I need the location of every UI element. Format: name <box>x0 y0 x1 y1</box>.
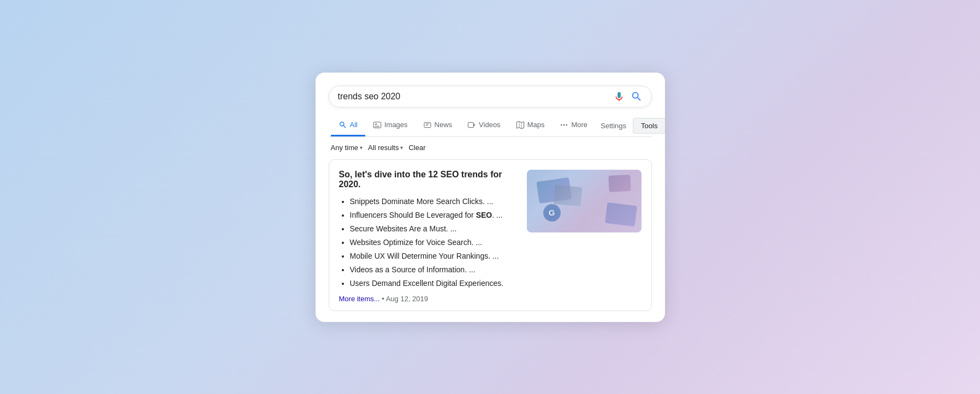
tab-more[interactable]: More <box>552 115 595 136</box>
img-decoration-3 <box>608 174 631 192</box>
tab-videos-label: Videos <box>479 121 501 129</box>
search-bar: trends seo 2020 <box>329 86 652 108</box>
bold-seo: SEO <box>476 211 492 219</box>
result-footer: More items... • Aug 12, 2019 <box>339 295 518 303</box>
tab-maps-label: Maps <box>527 121 545 129</box>
result-image-thumbnail: G <box>527 170 642 232</box>
more-dots-icon <box>560 121 568 129</box>
list-item: Websites Optimize for Voice Search. ... <box>350 237 518 248</box>
result-content: So, let's dive into the 12 SEO trends fo… <box>339 170 518 303</box>
img-decoration-2 <box>553 184 582 206</box>
svg-marker-6 <box>473 123 475 127</box>
result-date: • Aug 12, 2019 <box>382 295 428 303</box>
list-item: Influencers Should Be Leveraged for SEO.… <box>350 210 518 221</box>
tools-button[interactable]: Tools <box>633 118 664 134</box>
svg-rect-2 <box>424 122 431 127</box>
time-filter[interactable]: Any time ▾ <box>331 142 363 153</box>
svg-point-1 <box>375 123 377 125</box>
more-items-link[interactable]: More items... <box>339 295 380 303</box>
clear-button[interactable]: Clear <box>408 144 425 152</box>
tab-news-label: News <box>435 121 453 129</box>
tab-maps[interactable]: Maps <box>508 115 553 136</box>
results-filter-label: All results <box>368 144 399 152</box>
list-item: Mobile UX Will Determine Your Rankings. … <box>350 250 518 262</box>
svg-point-10 <box>561 124 562 126</box>
tools-label: Tools <box>641 122 657 130</box>
svg-point-11 <box>563 124 565 126</box>
tab-more-label: More <box>571 121 587 129</box>
results-filter[interactable]: All results ▾ <box>368 142 403 153</box>
result-list: Snippets Dominate More Search Clicks. ..… <box>339 196 518 289</box>
list-item: Users Demand Excellent Digital Experienc… <box>350 278 518 289</box>
results-filter-arrow: ▾ <box>400 145 403 151</box>
nav-tabs: All Images News <box>329 115 652 137</box>
mic-icon[interactable] <box>613 91 625 103</box>
search-submit-icon[interactable] <box>631 91 643 103</box>
tab-all-label: All <box>350 121 358 129</box>
settings-tab[interactable]: Settings <box>595 116 632 135</box>
tab-videos[interactable]: Videos <box>460 115 508 136</box>
svg-point-12 <box>566 124 568 126</box>
clear-label: Clear <box>408 144 425 152</box>
filter-row: Any time ▾ All results ▾ Clear <box>329 137 652 157</box>
tab-images[interactable]: Images <box>365 115 415 136</box>
list-item: Videos as a Source of Information. ... <box>350 264 518 276</box>
tab-images-label: Images <box>384 121 408 129</box>
result-card: So, let's dive into the 12 SEO trends fo… <box>329 159 652 311</box>
settings-label: Settings <box>601 122 626 130</box>
tab-all[interactable]: All <box>331 115 365 136</box>
search-icons <box>613 91 643 103</box>
img-circle-letter: G <box>549 208 555 217</box>
img-decoration-4 <box>604 202 637 226</box>
time-filter-label: Any time <box>331 144 359 152</box>
browser-window: trends seo 2020 All <box>316 73 665 322</box>
result-title: So, let's dive into the 12 SEO trends fo… <box>339 170 518 189</box>
tab-news[interactable]: News <box>415 115 460 136</box>
svg-rect-5 <box>468 122 473 127</box>
all-search-icon <box>338 121 347 129</box>
videos-icon <box>467 121 476 129</box>
time-filter-arrow: ▾ <box>360 145 363 151</box>
result-image-inner: G <box>527 170 642 232</box>
list-item: Secure Websites Are a Must. ... <box>350 223 518 235</box>
news-icon <box>423 121 432 129</box>
svg-marker-7 <box>516 121 524 128</box>
list-item: Snippets Dominate More Search Clicks. ..… <box>350 196 518 207</box>
img-circle: G <box>543 204 561 222</box>
maps-icon <box>516 121 525 129</box>
images-icon <box>373 121 382 129</box>
search-input[interactable]: trends seo 2020 <box>338 92 613 102</box>
